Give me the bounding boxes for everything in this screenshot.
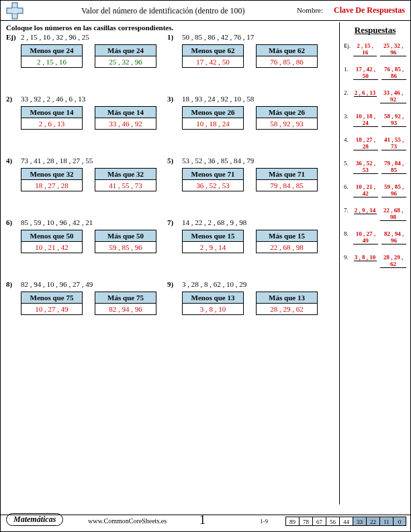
more-value: 79 , 84 , 85 xyxy=(256,180,318,191)
more-header: Más que 14 xyxy=(95,106,156,118)
more-header: Más que 62 xyxy=(256,44,318,56)
less-box: Menos que 142 , 6 , 13 xyxy=(21,106,83,130)
problem-numbers: 85 , 59 , 10 , 96 , 42 , 21 xyxy=(21,218,93,226)
less-header: Menos que 26 xyxy=(182,106,244,118)
less-header: Menos que 75 xyxy=(21,292,83,304)
answer-more: 28 , 29 , 62 xyxy=(380,254,406,268)
problem-numbers: 53 , 52 , 36 , 85 , 84 , 79 xyxy=(182,157,254,165)
answer-more: 25 , 32 , 96 xyxy=(380,42,406,56)
problem-id: 3) xyxy=(167,95,182,103)
answer-id: 9. xyxy=(344,254,354,261)
answer-id: 2. xyxy=(344,89,354,96)
problem-id: 2) xyxy=(6,95,21,103)
problem: 6)85 , 59 , 10 , 96 , 42 , 21Menos que 5… xyxy=(6,218,167,253)
answer-less: 10 , 18 , 24 xyxy=(353,113,378,127)
more-header: Más que 26 xyxy=(256,106,318,118)
problem-id: 7) xyxy=(167,218,182,226)
problem-id: 1) xyxy=(167,33,182,41)
less-value: 2 , 15 , 16 xyxy=(21,56,83,68)
answer-id: 6. xyxy=(344,183,353,190)
answer-less: 3 , 8 , 10 xyxy=(354,254,377,261)
answer-less: 10 , 21 , 42 xyxy=(353,183,378,197)
problem: 3)18 , 93 , 24 , 92 , 10 , 58Menos que 2… xyxy=(167,95,328,130)
problem: 7)14 , 22 , 2 , 68 , 9 , 98Menos que 152… xyxy=(167,218,328,253)
problem-numbers: 33 , 92 , 2 , 46 , 6 , 13 xyxy=(21,95,85,103)
less-box: Menos que 3218 , 27 , 28 xyxy=(21,168,83,191)
problem: 2)33 , 92 , 2 , 46 , 6 , 13Menos que 142… xyxy=(6,95,167,130)
problem-numbers: 73 , 41 , 28 , 18 , 27 , 55 xyxy=(21,157,93,165)
less-box: Menos que 152 , 9 , 14 xyxy=(182,230,244,253)
answer-row: 9.3 , 8 , 1028 , 29 , 62 xyxy=(344,254,406,268)
less-box: Menos que 133 , 8 , 10 xyxy=(182,292,244,315)
answer-less: 18 , 27 , 28 xyxy=(353,136,378,150)
answer-id: Ej. xyxy=(344,42,353,49)
problems-area: Ej)2 , 15 , 16 , 32 , 96 , 25Menos que 2… xyxy=(6,33,335,342)
answers-column: Respuestas Ej.2 , 15 , 1625 , 32 , 961.1… xyxy=(339,22,406,504)
more-header: Más que 15 xyxy=(256,230,318,242)
score-cell: 33 xyxy=(353,517,366,526)
more-box: Más que 7582 , 94 , 96 xyxy=(95,292,156,315)
answer-id: 5. xyxy=(344,160,353,167)
score-cell: 0 xyxy=(393,517,406,526)
problem-numbers: 2 , 15 , 16 , 32 , 96 , 25 xyxy=(21,33,89,41)
answer-id: 7. xyxy=(344,207,354,214)
problem: 8)82 , 94 , 10 , 96 , 27 , 49Menos que 7… xyxy=(6,280,167,315)
name-label: Nombre: xyxy=(297,6,323,14)
more-box: Más que 1522 , 68 , 98 xyxy=(256,230,318,253)
answer-less: 2 , 6 , 13 xyxy=(354,89,377,97)
answer-key-label: Clave De Respuestas xyxy=(334,5,405,15)
score-cell: 11 xyxy=(379,517,393,526)
less-value: 36 , 52 , 53 xyxy=(182,180,244,191)
more-value: 82 , 94 , 96 xyxy=(95,304,156,315)
score-cell: 22 xyxy=(366,517,379,526)
score-range-label: 1-9 xyxy=(260,518,268,525)
problem: Ej)2 , 15 , 16 , 32 , 96 , 25Menos que 2… xyxy=(6,33,167,68)
less-box: Menos que 242 , 15 , 16 xyxy=(21,44,83,68)
less-header: Menos que 71 xyxy=(182,168,244,180)
score-cell: 67 xyxy=(312,517,326,526)
answer-row: 2.2 , 6 , 1333 , 46 , 92 xyxy=(344,89,406,103)
less-value: 10 , 27 , 49 xyxy=(21,304,83,315)
more-value: 59 , 85 , 96 xyxy=(95,242,156,253)
score-boxes: 89786756443322110 xyxy=(285,517,406,526)
answer-row: 1.17 , 42 , 5076 , 85 , 86 xyxy=(344,66,406,80)
problem-numbers: 3 , 28 , 8 , 62 , 10 , 29 xyxy=(182,280,246,288)
more-box: Más que 2425 , 32 , 96 xyxy=(95,44,156,68)
more-header: Más que 13 xyxy=(256,292,318,304)
more-value: 33 , 46 , 92 xyxy=(95,118,156,130)
less-header: Menos que 15 xyxy=(182,230,244,242)
problem-numbers: 50 , 85 , 86 , 42 , 76 , 17 xyxy=(182,33,254,41)
answer-less: 10 , 27 , 49 xyxy=(353,230,378,245)
less-header: Menos que 24 xyxy=(21,44,83,56)
less-value: 10 , 21 , 42 xyxy=(21,242,83,253)
problem-numbers: 18 , 93 , 24 , 92 , 10 , 58 xyxy=(182,95,254,103)
less-value: 17 , 42 , 50 xyxy=(182,56,244,68)
more-box: Más que 2658 , 92 , 93 xyxy=(256,106,318,130)
answer-less: 17 , 42 , 50 xyxy=(353,66,378,80)
less-box: Menos que 7510 , 27 , 49 xyxy=(21,292,83,315)
problem-numbers: 82 , 94 , 10 , 96 , 27 , 49 xyxy=(21,280,93,288)
answer-more: 58 , 92 , 93 xyxy=(381,113,406,127)
less-header: Menos que 14 xyxy=(21,106,83,118)
less-box: Menos que 5010 , 21 , 42 xyxy=(21,230,83,253)
answer-more: 59 , 85 , 96 xyxy=(381,183,406,197)
more-value: 25 , 32 , 96 xyxy=(95,56,156,68)
more-box: Más que 7179 , 84 , 85 xyxy=(256,168,318,191)
problem-id: 8) xyxy=(6,280,21,288)
less-box: Menos que 7136 , 52 , 53 xyxy=(182,168,244,191)
answer-more: 33 , 46 , 92 xyxy=(380,89,406,103)
less-value: 2 , 6 , 13 xyxy=(21,118,83,130)
more-header: Más que 71 xyxy=(256,168,318,180)
less-header: Menos que 32 xyxy=(21,168,83,180)
answer-row: 6.10 , 21 , 4259 , 85 , 96 xyxy=(344,183,406,197)
answer-less: 2 , 9 , 14 xyxy=(354,207,377,214)
less-value: 3 , 8 , 10 xyxy=(182,304,244,315)
problem-id: 6) xyxy=(6,218,21,226)
more-header: Más que 32 xyxy=(95,168,156,180)
more-box: Más que 1328 , 29 , 62 xyxy=(256,292,318,315)
less-box: Menos que 2610 , 18 , 24 xyxy=(182,106,244,130)
answer-less: 36 , 52 , 53 xyxy=(353,160,378,174)
answer-more: 41 , 55 , 73 xyxy=(381,136,406,150)
logo-cross-icon xyxy=(6,2,24,19)
footer-url: www.CommonCoreSheets.es xyxy=(88,517,167,525)
